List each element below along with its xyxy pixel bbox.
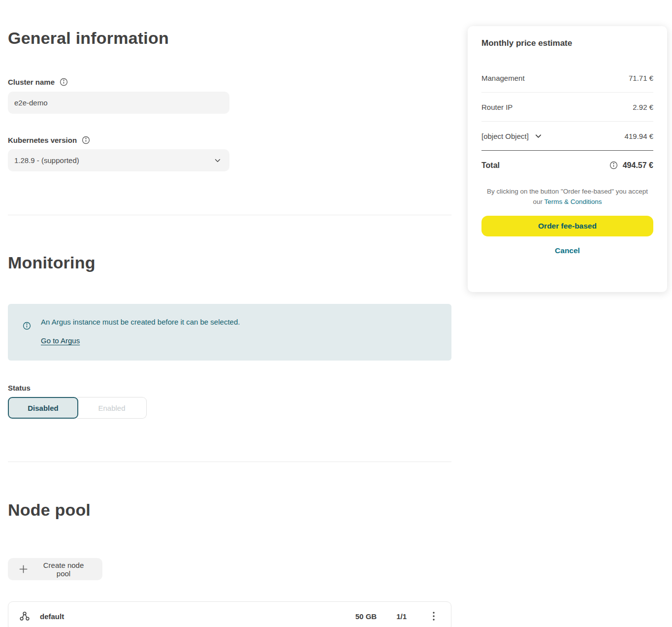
section-divider [8, 215, 451, 215]
kubernetes-version-select[interactable]: 1.28.9 - (supported) [8, 149, 229, 171]
total-info-icon[interactable] [609, 161, 618, 169]
kubernetes-version-label-row: Kubernetes version [8, 136, 90, 144]
argus-info-alert: An Argus instance must be created before… [8, 304, 451, 361]
expand-row-chevron-icon[interactable] [535, 132, 542, 140]
price-value: 71.71 € [629, 74, 653, 82]
kubernetes-version-info-icon[interactable] [82, 136, 90, 144]
cancel-button[interactable]: Cancel [481, 246, 653, 255]
price-row-node-pools: [object Object] 419.94 € [481, 122, 653, 151]
node-pool-name: default [40, 612, 64, 621]
price-total-row: Total 494.57 € [481, 151, 653, 180]
kubernetes-version-label: Kubernetes version [8, 136, 77, 144]
cluster-name-input[interactable] [8, 92, 229, 114]
status-option-enabled[interactable]: Enabled [77, 397, 147, 419]
chevron-down-icon [214, 157, 221, 164]
price-card-title: Monthly price estimate [481, 38, 653, 48]
price-value: 2.92 € [633, 103, 653, 111]
general-information-heading: General information [8, 29, 169, 48]
plus-icon [19, 564, 28, 574]
price-value: 419.94 € [625, 132, 653, 140]
monitoring-heading: Monitoring [8, 253, 96, 272]
alert-info-icon [23, 322, 31, 330]
node-pool-row[interactable]: default 50 GB 1/1 [8, 601, 451, 627]
price-row-management: Management 71.71 € [481, 64, 653, 93]
order-fee-based-button[interactable]: Order fee-based [481, 216, 653, 236]
alert-message: An Argus instance must be created before… [41, 318, 240, 326]
status-label: Status [8, 384, 31, 392]
price-row-router-ip: Router IP 2.92 € [481, 93, 653, 122]
cluster-name-label-row: Cluster name [8, 78, 68, 86]
node-pool-size: 50 GB [355, 612, 377, 621]
status-option-disabled[interactable]: Disabled [8, 397, 78, 419]
cluster-name-info-icon[interactable] [60, 78, 68, 86]
price-rows: Management 71.71 € Router IP 2.92 € [obj… [481, 64, 653, 180]
node-pool-count: 1/1 [396, 612, 407, 621]
terms-conditions-link[interactable]: Terms & Conditions [544, 198, 602, 205]
node-pool-heading: Node pool [8, 500, 91, 520]
node-pool-icon [19, 611, 30, 622]
terms-text: By clicking on the button "Order fee-bas… [481, 186, 653, 207]
monthly-price-estimate-card: Monthly price estimate Management 71.71 … [468, 26, 667, 292]
kubernetes-version-value: 1.28.9 - (supported) [14, 156, 79, 165]
cluster-name-label: Cluster name [8, 78, 55, 86]
go-to-argus-link[interactable]: Go to Argus [41, 336, 80, 345]
total-value: 494.57 € [623, 161, 653, 170]
create-node-pool-label: Create node pool [35, 561, 92, 578]
create-node-pool-button[interactable]: Create node pool [8, 558, 102, 580]
section-divider [8, 462, 451, 462]
cluster-create-page: General information Cluster name Kuberne… [0, 0, 672, 627]
kebab-menu-icon[interactable] [429, 611, 438, 622]
status-toggle-group: Disabled Enabled [8, 397, 147, 419]
total-label: Total [481, 161, 500, 170]
